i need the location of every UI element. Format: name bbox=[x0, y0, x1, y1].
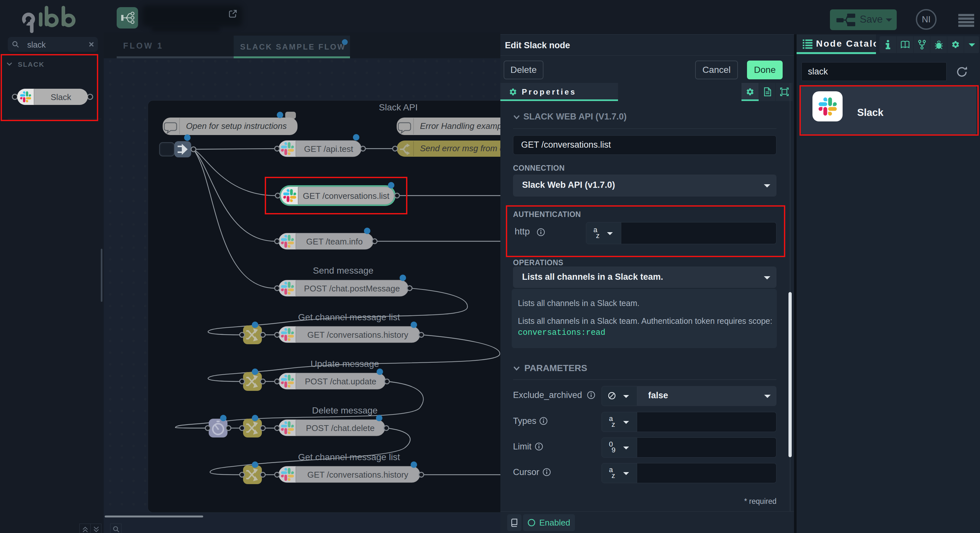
svg-text:GET /team.info: GET /team.info bbox=[306, 237, 363, 246]
svg-text:POST /chat.postMessage: POST /chat.postMessage bbox=[304, 284, 400, 293]
svg-text:Send error msg from differ: Send error msg from differ bbox=[420, 143, 500, 153]
svg-text:Slack API: Slack API bbox=[379, 102, 418, 113]
svg-text:GET /conversations.history: GET /conversations.history bbox=[307, 330, 408, 339]
svg-text:Open for setup instructions: Open for setup instructions bbox=[186, 121, 287, 131]
svg-text:GET /api.test: GET /api.test bbox=[304, 144, 353, 154]
svg-text:Send message: Send message bbox=[313, 265, 374, 276]
svg-text:POST /chat.delete: POST /chat.delete bbox=[306, 423, 375, 433]
svg-text:POST /chat.update: POST /chat.update bbox=[305, 377, 377, 386]
svg-text:Delete message: Delete message bbox=[312, 405, 377, 416]
svg-text:GET /conversations.history: GET /conversations.history bbox=[307, 470, 408, 479]
svg-text:Error Handling examples: Error Handling examples bbox=[420, 121, 500, 131]
